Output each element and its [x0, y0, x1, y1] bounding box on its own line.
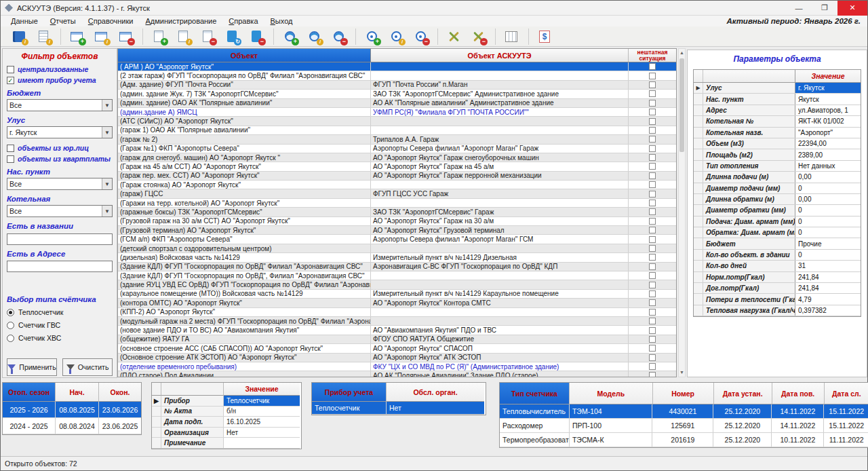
askuute-cell[interactable]: ФГУП "Почта России" п.Маган — [371, 81, 629, 89]
emergency-checkbox[interactable] — [649, 145, 656, 152]
param-row[interactable]: Объем (м3) 22394,00 — [694, 138, 861, 149]
vertical-scrollbar[interactable]: ▲ ▼ — [678, 48, 686, 377]
object-cell[interactable]: (Гараж стоянка) АО "Аэропорт Якутск" — [118, 181, 371, 189]
season-cell[interactable]: 08.08.2025 — [56, 402, 99, 418]
object-cell[interactable]: (дизельная) Войсковая часть №14129 — [118, 253, 371, 261]
checkbox-centralized[interactable]: централизованные — [7, 65, 113, 73]
table-row[interactable]: (Адм. здание) ФГУП "Почта России" ФГУП "… — [118, 81, 676, 90]
meter-row[interactable]: РасходомерПРП-10012569125.12.202014.11.2… — [500, 419, 868, 433]
emergency-checkbox[interactable] — [649, 200, 656, 206]
askuute-cell[interactable]: АО "Аэропорт Якутск" Грузовой терминал — [371, 226, 629, 234]
emergency-checkbox[interactable] — [649, 327, 656, 334]
table-row[interactable]: (модульный гараж на 2 места) ФГУП "Госко… — [118, 317, 676, 326]
param-row[interactable]: Потери в теплосети (Гкал) 4,79 — [694, 294, 861, 305]
param-value[interactable]: 0 — [795, 216, 861, 227]
meters-col-5[interactable]: Дата пов. — [772, 383, 825, 404]
season-col[interactable]: Отоп. сезон — [3, 383, 56, 402]
table-row[interactable]: (Грузовой терминал) АО "Аэропорт Якутск"… — [118, 226, 676, 235]
season-cell[interactable]: 23.06.2026 — [99, 402, 141, 418]
menu-item[interactable]: Данные — [5, 17, 44, 25]
object-cell[interactable]: (Здание КДЛ) ФГУП "Госкорпорация по ОрВД… — [118, 263, 371, 271]
table-row[interactable]: (отделение временного пребывания) ФКУ "Ц… — [118, 362, 676, 371]
meter-cell[interactable]: 4430021 — [652, 404, 713, 419]
param-row[interactable]: Площадь (м2) 2389,00 — [694, 149, 861, 160]
object-cell[interactable]: (гараж для снегоуб. машин) АО "Аэропорт … — [118, 153, 371, 162]
meter-edit-icon[interactable]: / — [304, 28, 324, 45]
askuute-cell[interactable] — [371, 117, 629, 125]
data-book-icon[interactable]: / — [9, 28, 29, 45]
emergency-checkbox[interactable] — [649, 272, 656, 279]
object-cell[interactable]: (ГСМ а/п) ФКП "Аэропорты Севера" — [118, 235, 371, 243]
param-row[interactable]: Тепловая нагрузка (Гкал/ч) 0,397382 — [694, 305, 861, 316]
emergency-checkbox[interactable] — [649, 63, 656, 70]
table-row[interactable]: (Основное строение АТК ЭСТОП) АО "Аэропо… — [118, 354, 676, 362]
param-value[interactable]: 0 — [795, 250, 861, 260]
askuute-cell[interactable]: АО "Авиакомпания Якутия" ПДО и ТВС — [371, 326, 629, 334]
emergency-checkbox[interactable] — [649, 299, 656, 306]
meter-cell[interactable]: Расходомер — [500, 419, 570, 433]
clear-button[interactable]: Очистить — [62, 358, 113, 376]
param-value[interactable]: 0,00 — [795, 172, 861, 182]
device-row[interactable]: № Актаб/н — [152, 407, 301, 417]
meters-col-3[interactable]: Номер — [653, 383, 714, 404]
param-row[interactable]: Тип отопления Нет данных — [694, 161, 861, 172]
meters-col-6[interactable]: Дата сл. — [825, 383, 868, 404]
askuute-cell[interactable]: ФКУ "ЦХ и СО МВД по РС (Я)" (Администрат… — [371, 362, 629, 371]
table-row[interactable]: (админ.здание А) ЯМСЦ УФМП РС(Я) "Филиал… — [118, 108, 676, 117]
grid-icon[interactable] — [501, 28, 521, 45]
season-cell[interactable]: 2024 - 2025 — [3, 418, 56, 434]
centralized-checkbox[interactable] — [7, 66, 14, 73]
param-value[interactable]: ЯКТ-КК 01/002 — [795, 116, 861, 126]
askuute-cell[interactable] — [371, 62, 629, 71]
param-row[interactable]: Кол-во дней 31 — [694, 261, 861, 271]
askuute-cell[interactable] — [371, 280, 629, 288]
askuute-cell[interactable]: АО АК "Полярные авиалинии" Административ… — [371, 99, 629, 107]
param-value[interactable]: "Аэропорт" — [795, 128, 861, 138]
table-row[interactable]: (админ. здание) ОАО АК "Полярные авиалин… — [118, 99, 676, 108]
table-row[interactable]: (Здание КДЛ) ФГУП "Госкорпорация по ОрВД… — [118, 263, 676, 271]
table-row[interactable]: (2 этаж гараж) ФГУП "Госкорпорация по Ор… — [118, 71, 676, 80]
param-row[interactable]: Подача: Диам. армат (мм) 0 — [694, 216, 861, 227]
object-cell[interactable]: (админ.здание А) ЯМСЦ — [118, 108, 371, 116]
kvart-checkbox[interactable] — [7, 155, 14, 163]
param-row[interactable]: ▶ Улус г. Якутск — [694, 83, 861, 94]
radio-button[interactable] — [7, 335, 14, 342]
nas-select[interactable]: Все ▼ — [7, 178, 113, 190]
object-cell[interactable]: (новое здание ПДО и ТО ВС) АО "Авиакомпа… — [118, 326, 371, 334]
param-row[interactable]: Адрес ул.Авиаторов, 1 — [694, 105, 861, 116]
emergency-checkbox[interactable] — [649, 172, 656, 179]
meters-col-2[interactable]: Модель — [570, 383, 653, 404]
object-cell[interactable]: (КПП-2) АО "Аэропорт Якутск" — [118, 308, 371, 316]
device-param-value[interactable]: 16.10.2025 — [224, 417, 300, 428]
param-row[interactable]: Котельная назв. "Аэропорт" — [694, 128, 861, 138]
device-row[interactable]: Дата подп.16.10.2025 — [152, 417, 301, 428]
emergency-checkbox[interactable] — [649, 254, 656, 261]
param-row[interactable]: Котельная № ЯКТ-КК 01/002 — [694, 116, 861, 127]
object-add-icon[interactable]: + — [149, 28, 169, 45]
emergency-checkbox[interactable] — [649, 318, 656, 324]
askuute-cell[interactable] — [371, 308, 629, 316]
param-value[interactable]: 2389,00 — [795, 149, 861, 159]
param-value[interactable]: Якутск — [795, 94, 861, 104]
menu-item[interactable]: Справка — [222, 17, 264, 25]
table-row[interactable]: (здание ЯУЦ УВД ЕС ОрВД) ФГУП "Госкорпор… — [118, 280, 676, 289]
season-cell[interactable]: 08.08.2024 — [56, 418, 99, 434]
param-row[interactable]: Бюджет Прочие — [694, 238, 861, 249]
emergency-checkbox[interactable] — [649, 191, 656, 197]
object-cell[interactable]: (админ. здание Жук. 7) ТЗК "АэропортГСМс… — [118, 90, 371, 98]
service-cell[interactable]: Нет — [387, 402, 484, 415]
column-object[interactable]: Объект — [118, 49, 371, 62]
device-col[interactable]: Прибор учета — [312, 383, 387, 402]
object-edit-icon[interactable]: / — [173, 28, 193, 45]
ulus-select[interactable]: г. Якутск ▼ — [7, 126, 113, 138]
table-row[interactable]: (гараж 1) ОАО АК "Полярные авиалинии" — [118, 126, 676, 135]
tools-delete-icon[interactable]: − — [468, 28, 488, 45]
emergency-checkbox[interactable] — [649, 354, 656, 361]
object-cell[interactable]: (АТС (СИиС)) АО "Аэропорт Якутск" — [118, 117, 371, 125]
name-filter-input[interactable] — [7, 233, 113, 245]
askuute-cell[interactable]: АО "Аэропорт Якутск" Гараж снегоуборочны… — [371, 153, 629, 162]
emergency-checkbox[interactable] — [649, 309, 656, 316]
table-row[interactable]: (КПП-2) АО "Аэропорт Якутск" — [118, 308, 676, 317]
end-col[interactable]: Окон. — [99, 383, 141, 402]
askuute-cell[interactable]: Измерительный пункт в/ч №14129 Караульно… — [371, 290, 629, 298]
